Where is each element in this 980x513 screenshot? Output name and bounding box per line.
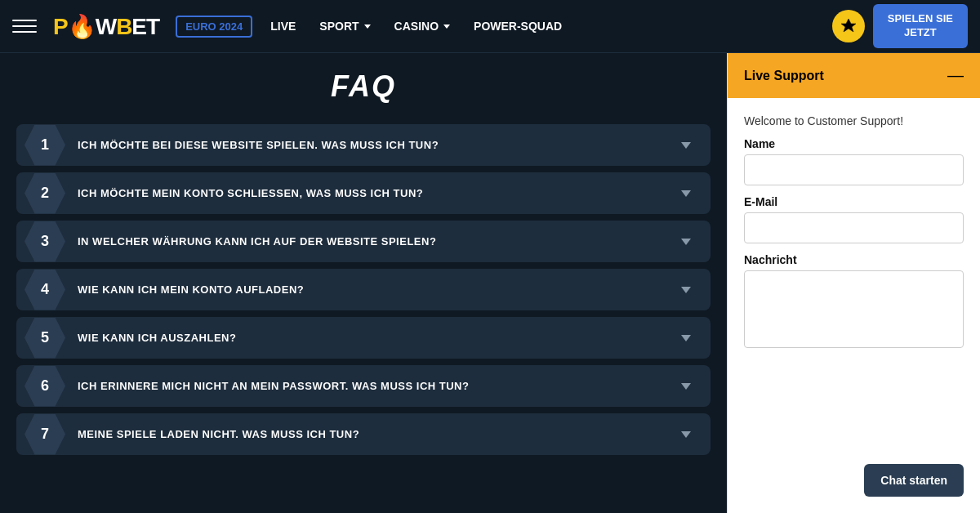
faq-chevron-icon [674,133,698,158]
message-field-group: Nachricht [744,253,964,351]
casino-chevron-icon [443,25,450,29]
faq-item[interactable]: 4 WIE KANN ICH MEIN KONTO AUFLADEN? [16,269,710,310]
email-label: E-Mail [744,195,964,208]
faq-item[interactable]: 7 MEINE SPIELE LADEN NICHT. WAS MUSS ICH… [16,413,710,455]
minimize-button[interactable]: — [947,66,964,85]
faq-item[interactable]: 6 ICH ERINNERE MICH NICHT AN MEIN PASSWO… [16,365,710,407]
email-field-group: E-Mail [744,195,964,243]
faq-question-text: MEINE SPIELE LADEN NICHT. WAS MUSS ICH T… [65,413,674,455]
faq-chevron-icon [674,230,698,254]
nav-links: LIVE SPORT CASINO POWER-SQUAD [261,15,824,38]
faq-question-text: ICH MÖCHTE MEIN KONTO SCHLIEßEN, WAS MUS… [65,172,674,214]
faq-question-text: ICH ERINNERE MICH NICHT AN MEIN PASSWORT… [65,365,674,407]
faq-chevron-icon [674,181,698,206]
faq-chevron-icon [674,422,698,447]
faq-number-6: 6 [24,366,65,407]
faq-item[interactable]: 1 ICH MÖCHTE BEI DIESE WEBSITE SPIELEN. … [16,124,710,166]
faq-title: FAQ [16,69,710,104]
support-body: Welcome to Customer Support! Name E-Mail… [728,98,980,513]
svg-marker-0 [841,19,856,32]
site-logo[interactable]: P🔥WBET [53,13,159,40]
faq-number-1: 1 [24,125,65,166]
faq-chevron-icon [674,326,698,350]
live-support-panel: Live Support — Welcome to Customer Suppo… [727,53,980,513]
euro-badge[interactable]: EURO 2024 [176,16,252,38]
faq-question-text: ICH MÖCHTE BEI DIESE WEBSITE SPIELEN. WA… [65,124,674,166]
faq-item[interactable]: 5 WIE KANN ICH AUSZAHLEN? [16,317,710,359]
faq-item[interactable]: 3 IN WELCHER WÄHRUNG KANN ICH AUF DER WE… [16,221,710,262]
faq-question-text: WIE KANN ICH AUSZAHLEN? [65,317,674,359]
nav-item-sport[interactable]: SPORT [310,15,380,38]
chat-start-button[interactable]: Chat starten [864,464,964,497]
faq-number-2: 2 [24,173,65,214]
nav-item-casino[interactable]: CASINO [385,15,460,38]
ferrari-logo[interactable] [832,10,865,42]
faq-chevron-icon [674,374,698,399]
nav-item-live[interactable]: LIVE [261,15,305,38]
sport-chevron-icon [364,25,371,29]
name-input[interactable] [744,154,964,185]
faq-section: FAQ 1 ICH MÖCHTE BEI DIESE WEBSITE SPIEL… [0,53,727,513]
main-content: FAQ 1 ICH MÖCHTE BEI DIESE WEBSITE SPIEL… [0,53,980,513]
hamburger-menu[interactable] [12,14,37,38]
navbar: P🔥WBET EURO 2024 LIVE SPORT CASINO POWER… [0,0,980,53]
faq-question-text: WIE KANN ICH MEIN KONTO AUFLADEN? [65,269,674,310]
nav-right: SPIELEN SIE JETZT [832,4,968,48]
faq-chevron-icon [674,278,698,302]
welcome-text: Welcome to Customer Support! [744,114,964,127]
faq-list: 1 ICH MÖCHTE BEI DIESE WEBSITE SPIELEN. … [16,124,710,455]
name-label: Name [744,137,964,150]
message-textarea[interactable] [744,270,964,348]
faq-number-7: 7 [24,414,65,455]
play-now-button[interactable]: SPIELEN SIE JETZT [873,4,968,48]
support-title: Live Support [744,69,824,83]
email-input[interactable] [744,212,964,243]
faq-number-3: 3 [24,221,65,262]
faq-number-5: 5 [24,318,65,359]
faq-number-4: 4 [24,270,65,310]
name-field-group: Name [744,137,964,185]
support-header: Live Support — [728,53,980,98]
message-label: Nachricht [744,253,964,266]
faq-question-text: IN WELCHER WÄHRUNG KANN ICH AUF DER WEBS… [65,221,674,262]
faq-item[interactable]: 2 ICH MÖCHTE MEIN KONTO SCHLIEßEN, WAS M… [16,172,710,214]
nav-item-powersquad[interactable]: POWER-SQUAD [464,15,572,38]
